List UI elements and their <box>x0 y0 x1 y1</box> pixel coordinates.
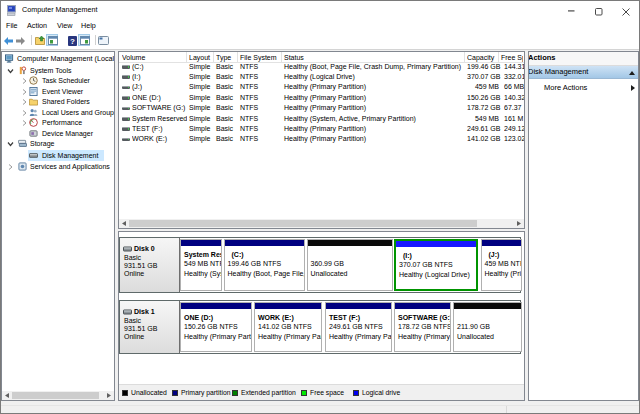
svg-text:?: ? <box>70 37 75 46</box>
